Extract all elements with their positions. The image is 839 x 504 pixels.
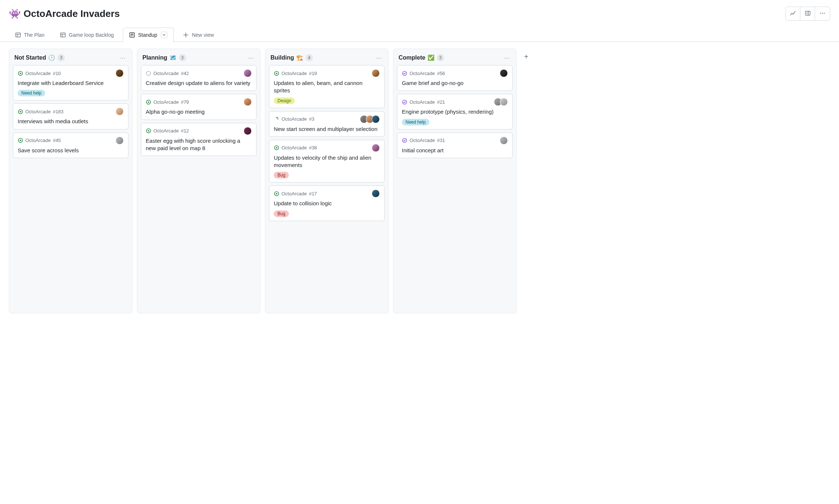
svg-point-32	[277, 120, 279, 121]
card-ref: #17	[309, 191, 317, 196]
card-ref: #3	[309, 116, 314, 122]
assignees[interactable]	[500, 136, 508, 145]
label[interactable]: Need help	[402, 119, 429, 125]
pull-request-icon	[274, 116, 279, 122]
insights-button[interactable]	[786, 7, 800, 20]
view-tabs: The PlanGame loop BacklogStandupNew view	[0, 27, 839, 42]
card[interactable]: OctoArcade#10Integrate with Leaderboard …	[13, 65, 128, 100]
assignees[interactable]	[372, 69, 380, 77]
avatar[interactable]	[372, 189, 380, 198]
column-menu-button[interactable]: ···	[375, 54, 383, 61]
column-complete: Complete✅3···OctoArcade#56Game brief and…	[393, 49, 517, 313]
label[interactable]: Design	[274, 97, 295, 104]
issue-closed-icon	[402, 138, 407, 143]
avatar[interactable]	[372, 115, 380, 123]
assignees[interactable]	[372, 189, 380, 198]
assignees[interactable]	[244, 69, 252, 77]
svg-point-18	[20, 72, 21, 74]
avatar[interactable]	[500, 98, 508, 106]
svg-point-37	[276, 193, 277, 194]
label[interactable]: Bug	[274, 210, 289, 217]
card[interactable]: OctoArcade#79Alpha go-no-go meeting	[141, 94, 256, 120]
graph-icon	[790, 10, 796, 17]
card[interactable]: OctoArcade#21Engine prototype (physics, …	[397, 94, 513, 129]
svg-point-4	[824, 13, 825, 14]
card[interactable]: OctoArcade#19Updates to alien, beam, and…	[269, 65, 385, 108]
svg-point-2	[820, 13, 821, 14]
card-repo: OctoArcade	[282, 145, 307, 150]
column-not-started: Not Started🕓3···OctoArcade#10Integrate w…	[9, 49, 132, 313]
view-tab-standup[interactable]: Standup	[123, 28, 174, 42]
card-ref: #19	[309, 71, 317, 76]
kebab-icon: ···	[248, 55, 254, 61]
avatar[interactable]	[116, 69, 124, 77]
card-repo: OctoArcade	[153, 99, 179, 105]
card[interactable]: OctoArcade#42Creative design update to a…	[141, 65, 256, 91]
svg-point-29	[276, 72, 277, 74]
card-ref: #21	[437, 99, 445, 105]
svg-point-23	[146, 71, 151, 75]
column-emoji: 🕓	[48, 54, 55, 61]
issue-open-icon	[146, 99, 151, 105]
card[interactable]: OctoArcade#45Save score across levels	[13, 132, 128, 158]
svg-point-27	[148, 130, 149, 132]
column-title: Not Started	[14, 54, 46, 61]
card[interactable]: OctoArcade#38Updates to velocity of the …	[269, 140, 385, 183]
avatar[interactable]	[500, 136, 508, 145]
avatar[interactable]	[244, 98, 252, 106]
label[interactable]: Need help	[18, 90, 45, 96]
column-menu-button[interactable]: ···	[247, 54, 255, 61]
assignees[interactable]	[116, 136, 124, 145]
assignees[interactable]	[494, 98, 508, 106]
card[interactable]: OctoArcade#17Update to collision logicBu…	[269, 185, 385, 221]
new-view-tab[interactable]: New view	[177, 28, 220, 42]
assignees[interactable]	[372, 144, 380, 152]
card[interactable]: OctoArcade#56Game brief and go-no-go	[397, 65, 513, 91]
card-repo: OctoArcade	[153, 128, 179, 134]
view-tab-the-plan[interactable]: The Plan	[9, 28, 51, 42]
card-ref: #42	[181, 71, 189, 76]
avatar[interactable]	[372, 144, 380, 152]
card-repo: OctoArcade	[282, 191, 307, 196]
column-menu-button[interactable]: ···	[118, 54, 127, 61]
add-column-button[interactable]: +	[521, 52, 531, 62]
card-ref: #38	[309, 145, 317, 150]
avatar[interactable]	[244, 69, 252, 77]
tab-options-button[interactable]	[161, 32, 167, 38]
more-options-button[interactable]	[815, 7, 830, 20]
svg-rect-5	[16, 33, 21, 37]
assignees[interactable]	[244, 127, 252, 135]
project-emoji: 👾	[9, 8, 21, 19]
avatar[interactable]	[500, 69, 508, 77]
avatar[interactable]	[116, 107, 124, 116]
kebab-icon: ···	[376, 55, 382, 61]
column-menu-button[interactable]: ···	[503, 54, 511, 61]
card[interactable]: OctoArcade#31Initial concept art	[397, 132, 513, 158]
issue-open-icon	[274, 71, 279, 76]
issue-open-icon	[146, 128, 151, 134]
issue-open-icon	[18, 138, 23, 143]
card[interactable]: OctoArcade#183Interviews with media outl…	[13, 103, 128, 129]
avatar[interactable]	[116, 136, 124, 145]
avatar[interactable]	[372, 69, 380, 77]
assignees[interactable]	[500, 69, 508, 77]
svg-point-31	[275, 120, 276, 121]
view-tab-game-loop-backlog[interactable]: Game loop Backlog	[54, 28, 120, 42]
board-icon	[129, 32, 135, 38]
card-repo: OctoArcade	[25, 109, 51, 114]
avatar[interactable]	[244, 127, 252, 135]
assignees[interactable]	[116, 107, 124, 116]
kebab-icon: ···	[504, 55, 510, 61]
card[interactable]: OctoArcade#3New start screen and multipl…	[269, 111, 385, 137]
project-title-wrap: 👾 OctoArcade Invaders	[9, 8, 120, 19]
card[interactable]: OctoArcade#12Easter egg with high score …	[141, 123, 256, 156]
label[interactable]: Bug	[274, 172, 289, 178]
issue-closed-icon	[402, 99, 407, 105]
card-repo: OctoArcade	[282, 71, 307, 76]
column-building: Building🏗️4···OctoArcade#19Updates to al…	[265, 49, 389, 313]
assignees[interactable]	[244, 98, 252, 106]
card-repo: OctoArcade	[25, 138, 51, 143]
panel-toggle-button[interactable]	[800, 7, 815, 20]
assignees[interactable]	[116, 69, 124, 77]
assignees[interactable]	[360, 115, 380, 123]
